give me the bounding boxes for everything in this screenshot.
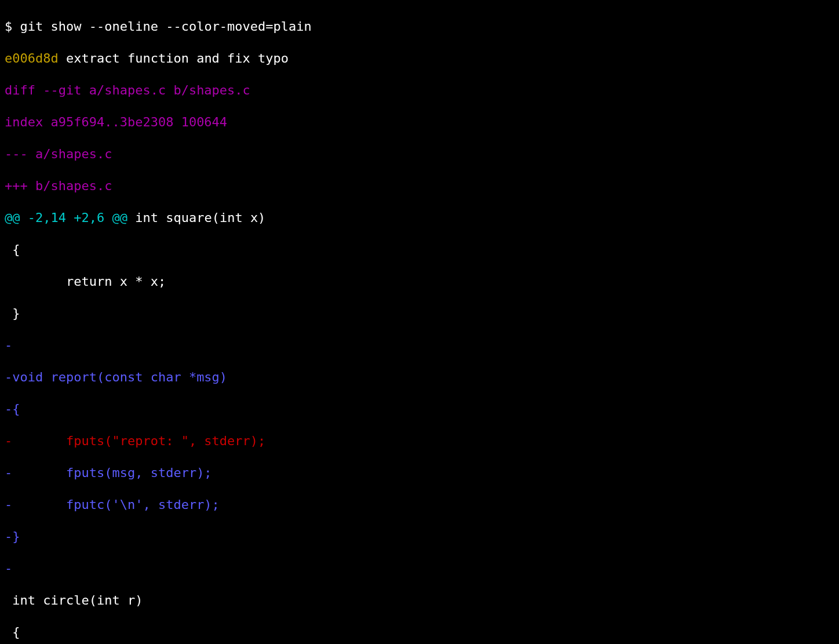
context-line: { (5, 242, 834, 258)
commit-line: e006d8d extract function and fix typo (5, 50, 834, 67)
hunk-range: -2,14 +2,6 (28, 210, 104, 225)
hunk-at-close: @@ (104, 210, 127, 225)
diff-new-file: +++ b/shapes.c (5, 178, 834, 194)
shell-prompt: $ (5, 19, 20, 34)
moved-old-line: - (5, 337, 834, 354)
command-text: git show --oneline --color-moved=plain (20, 19, 312, 34)
moved-old-line: - fputs(msg, stderr); (5, 465, 834, 481)
diff-header: diff --git a/shapes.c b/shapes.c (5, 82, 834, 99)
moved-old-line: -void report(const char *msg) (5, 369, 834, 385)
diff-old-file: --- a/shapes.c (5, 146, 834, 162)
context-line: return x * x; (5, 274, 834, 290)
commit-subject: extract function and fix typo (59, 51, 289, 66)
moved-old-line: -} (5, 529, 834, 545)
moved-old-line: - (5, 561, 834, 577)
commit-hash: e006d8d (5, 51, 59, 66)
context-line: { (5, 624, 834, 641)
hunk-header: @@ -2,14 +2,6 @@ int square(int x) (5, 210, 834, 226)
hunk-at-open: @@ (5, 210, 28, 225)
moved-old-line: - fputc('\n', stderr); (5, 497, 834, 513)
deleted-line: - fputs("reprot: ", stderr); (5, 433, 834, 449)
context-line: int circle(int r) (5, 592, 834, 609)
diff-index: index a95f694..3be2308 100644 (5, 114, 834, 130)
prompt-line: $ git show --oneline --color-moved=plain (5, 19, 834, 35)
terminal[interactable]: $ git show --oneline --color-moved=plain… (0, 0, 839, 644)
hunk-context: int square(int x) (127, 210, 265, 225)
context-line: } (5, 305, 834, 322)
moved-old-line: -{ (5, 401, 834, 417)
